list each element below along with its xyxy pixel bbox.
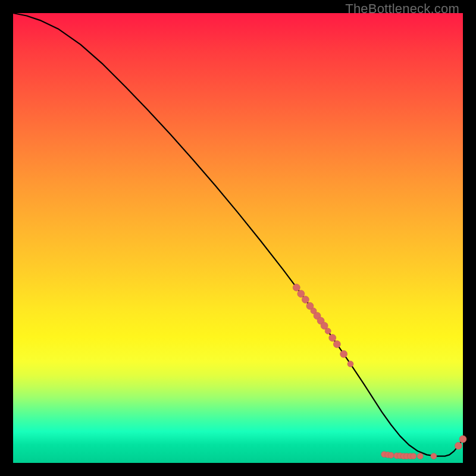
data-marker — [298, 290, 305, 298]
bottleneck-curve — [13, 13, 463, 456]
data-marker — [347, 361, 353, 367]
data-marker — [333, 340, 340, 347]
data-marker — [459, 436, 466, 443]
data-marker — [325, 328, 331, 334]
data-marker — [293, 284, 300, 291]
data-marker — [455, 442, 462, 449]
data-marker — [411, 453, 416, 459]
data-marker — [417, 453, 423, 459]
data-marker — [340, 350, 347, 358]
data-marker — [329, 334, 336, 342]
data-marker — [431, 453, 437, 459]
data-marker — [388, 452, 394, 458]
data-marker — [302, 296, 309, 303]
data-markers — [293, 284, 466, 459]
curve-svg — [13, 13, 463, 463]
chart-container: TheBottleneck.com — [0, 0, 476, 476]
plot-area — [13, 13, 463, 463]
